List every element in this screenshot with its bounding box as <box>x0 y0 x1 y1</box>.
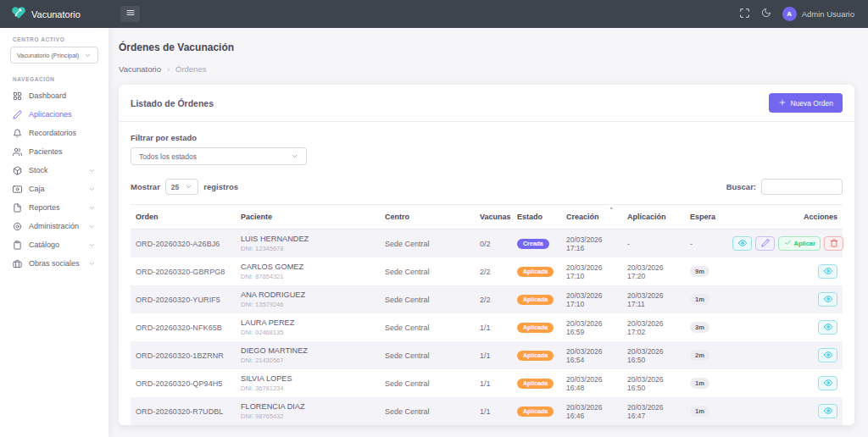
wait-time: 3m <box>685 313 724 341</box>
column-header-creacion[interactable]: Creación▲ <box>561 205 622 230</box>
sidebar-item-administracion[interactable]: Administración <box>0 217 108 235</box>
breadcrumb-parent[interactable]: Vacunatorio <box>119 64 161 74</box>
sidebar-item-label: Stock <box>29 166 48 174</box>
wait-time: 2m <box>685 341 724 369</box>
patient-dni: DNI: 02468135 <box>241 329 375 336</box>
sidebar-item-recordatorios[interactable]: Recordatorios <box>0 124 108 142</box>
active-center-label: CENTRO ACTIVO <box>0 36 108 42</box>
table-row: ORD-20260320-NFK65BLAURA PEREZDNI: 02468… <box>131 313 843 341</box>
navigation-label: NAVEGACIÓN <box>0 76 108 82</box>
column-header-paciente[interactable]: Paciente <box>236 205 380 230</box>
apply-order-button[interactable]: Aplicar <box>778 236 821 251</box>
order-id: ORD-20260320-R7UDBL <box>131 397 236 425</box>
page-title: Órdenes de Vacunación <box>119 41 854 53</box>
center-select-value: Vacunatorio (Principal) <box>17 52 79 59</box>
sidebar-item-obras-sociales[interactable]: Obras sociales <box>0 254 108 273</box>
table-row: ORD-20260320-QP94H5SILVIA LOPESDNI: 3678… <box>131 369 843 397</box>
clipboard-icon <box>13 241 22 250</box>
fullscreen-button[interactable] <box>739 8 750 21</box>
search-input[interactable] <box>761 179 843 195</box>
view-order-button[interactable] <box>818 292 837 307</box>
applied-at: - <box>622 230 685 258</box>
status-filter-select[interactable]: Todos los estados <box>131 147 307 165</box>
patient-dni: DNI: 13579246 <box>241 301 375 308</box>
trash-icon <box>830 239 838 249</box>
box-icon <box>13 166 22 175</box>
view-order-button[interactable] <box>818 376 837 390</box>
search-control: Buscar: <box>726 179 843 195</box>
column-header-acciones[interactable]: Acciones <box>724 205 843 230</box>
patient-name: SILVIA LOPES <box>241 374 375 383</box>
table-row: ORD-20260320-GBRPG8CARLOS GOMEZDNI: 8765… <box>131 257 843 285</box>
delete-order-button[interactable] <box>824 236 843 251</box>
eye-icon <box>824 379 832 389</box>
sidebar-item-stock[interactable]: Stock <box>0 161 108 180</box>
sidebar: CENTRO ACTIVO Vacunatorio (Principal) NA… <box>0 28 108 437</box>
status-badge: Creada <box>517 239 549 249</box>
column-header-aplicacion[interactable]: Aplicación <box>622 205 685 230</box>
sidebar-item-label: Administración <box>29 222 79 230</box>
orders-table: OrdenPacienteCentroVacunasEstadoCreación… <box>131 204 843 425</box>
view-order-button[interactable] <box>732 236 752 251</box>
moon-icon <box>761 8 771 20</box>
vaccines-count: 1/1 <box>475 313 512 341</box>
center-name: Sede Central <box>380 369 475 397</box>
view-order-button[interactable] <box>818 320 837 335</box>
column-header-espera[interactable]: Espera <box>685 205 724 230</box>
menu-toggle-button[interactable] <box>120 6 140 22</box>
wait-time-badge: 2m <box>690 350 709 361</box>
hamburger-icon <box>125 8 136 20</box>
sidebar-item-dashboard[interactable]: Dashboard <box>0 86 108 105</box>
patient-cell: CARLOS GOMEZDNI: 87654321 <box>236 257 380 285</box>
center-select[interactable]: Vacunatorio (Principal) <box>10 47 98 64</box>
sidebar-item-label: Pacientes <box>29 147 63 156</box>
patient-cell: FLORENCIA DIAZDNI: 98765432 <box>236 397 380 425</box>
edit-order-button[interactable] <box>755 236 775 251</box>
patient-cell: LUIS HERNANDEZDNI: 12345678 <box>236 230 380 258</box>
gear-icon <box>13 222 22 231</box>
wait-time-badge: 1m <box>690 294 709 305</box>
eye-icon <box>824 407 832 417</box>
heart-syringe-logo-icon <box>11 5 26 24</box>
sidebar-item-pacientes[interactable]: Pacientes <box>0 142 108 161</box>
user-menu[interactable]: A Admin Usuario <box>782 7 854 21</box>
view-order-button[interactable] <box>818 404 837 418</box>
wait-time: 1m <box>685 369 724 397</box>
breadcrumb-separator-icon: › <box>167 65 170 74</box>
center-name: Sede Central <box>380 341 475 369</box>
chevron-down-icon <box>291 152 298 160</box>
actions-cell <box>724 341 843 369</box>
chevron-down-icon <box>84 52 92 59</box>
status-cell: Creada <box>512 230 561 258</box>
sidebar-item-catalogo[interactable]: Catálogo <box>0 235 108 254</box>
column-header-label: Acciones <box>804 213 837 221</box>
column-header-vacunas[interactable]: Vacunas <box>475 205 512 230</box>
brand[interactable]: Vacunatorio <box>0 5 108 24</box>
sidebar-item-caja[interactable]: Caja <box>0 180 108 198</box>
table-row: ORD-20260320-YURIF5ANA RODRIGUEZDNI: 135… <box>131 285 843 313</box>
column-header-estado[interactable]: Estado <box>512 205 561 230</box>
view-order-button[interactable] <box>818 348 837 362</box>
actions-cell <box>724 397 843 425</box>
dark-mode-button[interactable] <box>761 8 771 20</box>
column-header-orden[interactable]: Orden <box>131 205 236 230</box>
actions-cell <box>724 257 843 285</box>
created-at: 20/03/2026 17:10 <box>561 257 622 285</box>
sidebar-item-reportes[interactable]: Reportes <box>0 198 108 217</box>
column-header-centro[interactable]: Centro <box>380 205 475 230</box>
page-length-select[interactable]: 25 <box>165 179 198 195</box>
new-order-button[interactable]: Nueva Orden <box>769 93 843 113</box>
created-at: 20/03/2026 17:10 <box>561 285 622 313</box>
wait-time: 1m <box>685 397 724 425</box>
chevron-down-icon <box>88 185 96 193</box>
view-order-button[interactable] <box>818 264 837 279</box>
sidebar-item-label: Catálogo <box>29 241 59 249</box>
patient-dni: DNI: 87654321 <box>241 273 375 280</box>
wait-time-badge: 1m <box>690 406 709 417</box>
sort-ascending-icon: ▲ <box>609 205 614 210</box>
status-cell: Aplicada <box>512 313 561 341</box>
sidebar-item-aplicaciones[interactable]: Aplicaciones <box>0 105 108 124</box>
wait-time: 9m <box>685 257 724 285</box>
center-name: Sede Central <box>380 257 475 285</box>
actions-cell <box>724 369 843 397</box>
